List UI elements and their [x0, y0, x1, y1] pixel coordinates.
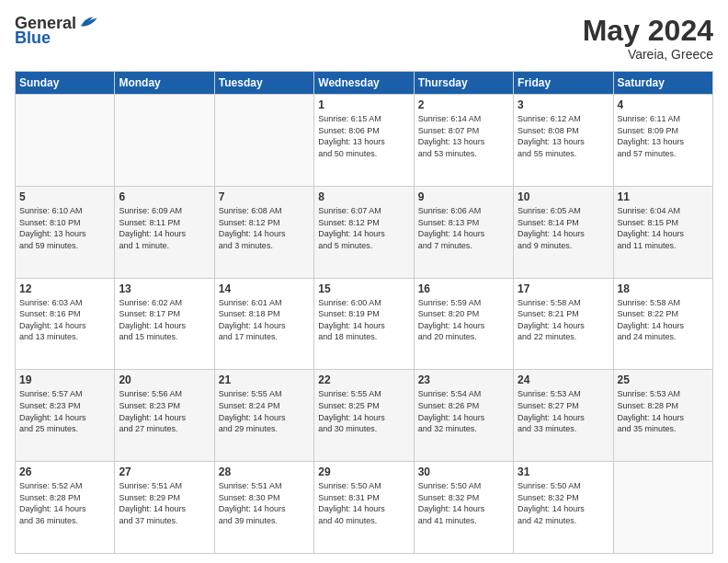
day-info: Sunrise: 6:01 AM Sunset: 8:18 PM Dayligh… — [219, 297, 310, 343]
table-row: 12Sunrise: 6:03 AM Sunset: 8:16 PM Dayli… — [16, 278, 713, 370]
day-info: Sunrise: 5:53 AM Sunset: 8:27 PM Dayligh… — [518, 388, 609, 434]
table-cell: 24Sunrise: 5:53 AM Sunset: 8:27 PM Dayli… — [514, 370, 613, 462]
day-number: 13 — [119, 282, 210, 295]
table-cell: 26Sunrise: 5:52 AM Sunset: 8:28 PM Dayli… — [16, 462, 115, 554]
day-number: 6 — [119, 190, 210, 203]
day-number: 17 — [518, 282, 609, 295]
table-cell: 10Sunrise: 6:05 AM Sunset: 8:14 PM Dayli… — [514, 186, 613, 278]
day-info: Sunrise: 6:04 AM Sunset: 8:15 PM Dayligh… — [618, 205, 709, 251]
day-number: 7 — [219, 190, 310, 203]
day-number: 16 — [418, 282, 509, 295]
day-info: Sunrise: 5:50 AM Sunset: 8:32 PM Dayligh… — [418, 480, 509, 526]
day-info: Sunrise: 6:07 AM Sunset: 8:12 PM Dayligh… — [318, 205, 409, 251]
table-cell: 3Sunrise: 6:12 AM Sunset: 8:08 PM Daylig… — [514, 95, 613, 187]
table-cell: 11Sunrise: 6:04 AM Sunset: 8:15 PM Dayli… — [613, 186, 712, 278]
col-saturday: Saturday — [613, 72, 712, 95]
day-info: Sunrise: 5:58 AM Sunset: 8:21 PM Dayligh… — [518, 297, 609, 343]
day-info: Sunrise: 5:59 AM Sunset: 8:20 PM Dayligh… — [418, 297, 509, 343]
table-cell — [613, 462, 712, 554]
table-cell: 30Sunrise: 5:50 AM Sunset: 8:32 PM Dayli… — [414, 462, 513, 554]
table-cell: 6Sunrise: 6:09 AM Sunset: 8:11 PM Daylig… — [115, 186, 214, 278]
day-info: Sunrise: 5:53 AM Sunset: 8:28 PM Dayligh… — [618, 388, 709, 434]
day-number: 14 — [219, 282, 310, 295]
day-info: Sunrise: 6:05 AM Sunset: 8:14 PM Dayligh… — [518, 205, 609, 251]
day-info: Sunrise: 6:02 AM Sunset: 8:17 PM Dayligh… — [119, 297, 210, 343]
day-info: Sunrise: 6:15 AM Sunset: 8:06 PM Dayligh… — [318, 113, 409, 159]
header: General Blue May 2024 Vareia, Greece — [15, 15, 713, 62]
day-info: Sunrise: 5:50 AM Sunset: 8:31 PM Dayligh… — [318, 480, 409, 526]
month-year: May 2024 — [583, 15, 713, 47]
col-wednesday: Wednesday — [314, 72, 414, 95]
day-number: 29 — [318, 465, 409, 478]
table-cell: 27Sunrise: 5:51 AM Sunset: 8:29 PM Dayli… — [115, 462, 214, 554]
table-cell: 28Sunrise: 5:51 AM Sunset: 8:30 PM Dayli… — [214, 462, 313, 554]
table-cell: 12Sunrise: 6:03 AM Sunset: 8:16 PM Dayli… — [16, 278, 115, 370]
day-number: 10 — [518, 190, 609, 203]
table-cell: 16Sunrise: 5:59 AM Sunset: 8:20 PM Dayli… — [414, 278, 513, 370]
day-info: Sunrise: 6:09 AM Sunset: 8:11 PM Dayligh… — [119, 205, 210, 251]
day-info: Sunrise: 6:11 AM Sunset: 8:09 PM Dayligh… — [618, 113, 709, 159]
calendar-table: Sunday Monday Tuesday Wednesday Thursday… — [15, 71, 713, 554]
day-info: Sunrise: 6:03 AM Sunset: 8:16 PM Dayligh… — [19, 297, 110, 343]
day-number: 23 — [418, 373, 509, 386]
table-cell: 5Sunrise: 6:10 AM Sunset: 8:10 PM Daylig… — [16, 186, 115, 278]
day-number: 24 — [518, 373, 609, 386]
table-cell: 9Sunrise: 6:06 AM Sunset: 8:13 PM Daylig… — [414, 186, 513, 278]
table-cell: 19Sunrise: 5:57 AM Sunset: 8:23 PM Dayli… — [16, 370, 115, 462]
day-number: 22 — [318, 373, 409, 386]
day-number: 21 — [219, 373, 310, 386]
day-info: Sunrise: 5:51 AM Sunset: 8:29 PM Dayligh… — [119, 480, 210, 526]
table-cell — [214, 95, 313, 187]
table-cell: 4Sunrise: 6:11 AM Sunset: 8:09 PM Daylig… — [613, 95, 712, 187]
table-cell: 20Sunrise: 5:56 AM Sunset: 8:23 PM Dayli… — [115, 370, 214, 462]
day-number: 2 — [418, 98, 509, 111]
day-number: 1 — [318, 98, 409, 111]
table-cell: 1Sunrise: 6:15 AM Sunset: 8:06 PM Daylig… — [314, 95, 414, 187]
col-monday: Monday — [115, 72, 214, 95]
day-info: Sunrise: 6:00 AM Sunset: 8:19 PM Dayligh… — [318, 297, 409, 343]
table-cell: 21Sunrise: 5:55 AM Sunset: 8:24 PM Dayli… — [214, 370, 313, 462]
day-info: Sunrise: 5:56 AM Sunset: 8:23 PM Dayligh… — [119, 388, 210, 434]
table-row: 26Sunrise: 5:52 AM Sunset: 8:28 PM Dayli… — [16, 462, 713, 554]
day-number: 12 — [19, 282, 110, 295]
day-number: 30 — [418, 465, 509, 478]
table-cell: 29Sunrise: 5:50 AM Sunset: 8:31 PM Dayli… — [314, 462, 414, 554]
day-info: Sunrise: 6:12 AM Sunset: 8:08 PM Dayligh… — [518, 113, 609, 159]
table-row: 1Sunrise: 6:15 AM Sunset: 8:06 PM Daylig… — [16, 95, 713, 187]
day-info: Sunrise: 5:58 AM Sunset: 8:22 PM Dayligh… — [618, 297, 709, 343]
calendar-header-row: Sunday Monday Tuesday Wednesday Thursday… — [16, 72, 713, 95]
day-number: 15 — [318, 282, 409, 295]
table-cell — [115, 95, 214, 187]
day-number: 28 — [219, 465, 310, 478]
day-info: Sunrise: 6:10 AM Sunset: 8:10 PM Dayligh… — [19, 205, 110, 251]
day-info: Sunrise: 5:57 AM Sunset: 8:23 PM Dayligh… — [19, 388, 110, 434]
day-info: Sunrise: 6:14 AM Sunset: 8:07 PM Dayligh… — [418, 113, 509, 159]
col-thursday: Thursday — [414, 72, 513, 95]
day-number: 4 — [618, 98, 709, 111]
day-info: Sunrise: 6:06 AM Sunset: 8:13 PM Dayligh… — [418, 205, 509, 251]
day-number: 5 — [19, 190, 110, 203]
day-number: 3 — [518, 98, 609, 111]
table-row: 5Sunrise: 6:10 AM Sunset: 8:10 PM Daylig… — [16, 186, 713, 278]
day-info: Sunrise: 5:55 AM Sunset: 8:25 PM Dayligh… — [318, 388, 409, 434]
day-number: 26 — [19, 465, 110, 478]
table-cell: 17Sunrise: 5:58 AM Sunset: 8:21 PM Dayli… — [514, 278, 613, 370]
logo: General Blue — [15, 15, 98, 48]
table-cell: 25Sunrise: 5:53 AM Sunset: 8:28 PM Dayli… — [613, 370, 712, 462]
table-cell: 22Sunrise: 5:55 AM Sunset: 8:25 PM Dayli… — [314, 370, 414, 462]
col-tuesday: Tuesday — [214, 72, 313, 95]
table-cell: 7Sunrise: 6:08 AM Sunset: 8:12 PM Daylig… — [214, 186, 313, 278]
table-cell: 31Sunrise: 5:50 AM Sunset: 8:32 PM Dayli… — [514, 462, 613, 554]
day-number: 20 — [119, 373, 210, 386]
logo-blue-text: Blue — [15, 29, 98, 48]
day-number: 11 — [618, 190, 709, 203]
day-number: 27 — [119, 465, 210, 478]
table-cell — [16, 95, 115, 187]
day-number: 9 — [418, 190, 509, 203]
table-row: 19Sunrise: 5:57 AM Sunset: 8:23 PM Dayli… — [16, 370, 713, 462]
day-number: 31 — [518, 465, 609, 478]
day-number: 25 — [618, 373, 709, 386]
table-cell: 13Sunrise: 6:02 AM Sunset: 8:17 PM Dayli… — [115, 278, 214, 370]
day-info: Sunrise: 5:51 AM Sunset: 8:30 PM Dayligh… — [219, 480, 310, 526]
logo-text: General Blue — [15, 15, 98, 48]
